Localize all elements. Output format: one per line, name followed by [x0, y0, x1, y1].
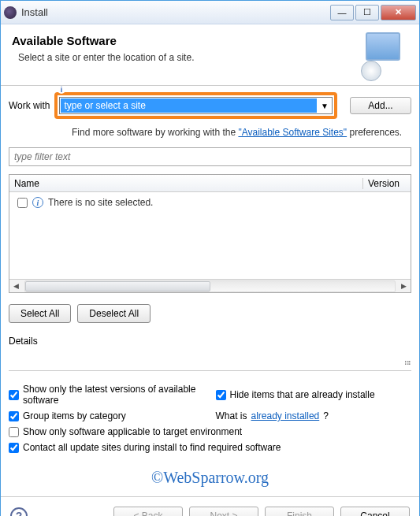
opt-latest[interactable]: Show only the latest versions of availab…: [9, 384, 205, 406]
col-version-header[interactable]: Version: [363, 178, 411, 189]
scroll-right-icon[interactable]: ▶: [397, 280, 411, 292]
opt-latest-checkbox[interactable]: [9, 390, 19, 400]
cancel-button[interactable]: Cancel: [340, 507, 410, 516]
minimize-button[interactable]: —: [330, 5, 354, 20]
add-button[interactable]: Add...: [350, 97, 411, 114]
watermark: ©WebSparrow.org: [9, 469, 411, 487]
work-with-combo[interactable]: type or select a site ▼: [59, 97, 333, 114]
titlebar: Install — ☐ ✕: [1, 1, 419, 24]
page-subtitle: Select a site or enter the location of a…: [18, 52, 408, 63]
available-sites-link[interactable]: "Available Software Sites": [238, 127, 347, 138]
filter-input[interactable]: [9, 147, 411, 166]
opt-contact-all-checkbox[interactable]: [9, 443, 19, 453]
info-icon: i: [32, 197, 43, 208]
maximize-button[interactable]: ☐: [355, 5, 379, 20]
horizontal-scrollbar[interactable]: ◀ ▶: [9, 279, 411, 292]
help-icon[interactable]: ?: [10, 507, 28, 516]
tree-row-checkbox[interactable]: [17, 198, 28, 208]
opt-group-checkbox[interactable]: [9, 411, 19, 421]
tree-row: i There is no site selected.: [17, 197, 403, 208]
scroll-track[interactable]: [24, 280, 396, 292]
wizard-icon: [366, 32, 408, 75]
info-icon: i: [58, 86, 65, 94]
opt-hide-installed-checkbox[interactable]: [216, 390, 226, 400]
window-title: Install: [21, 6, 330, 18]
back-button[interactable]: < Back: [113, 507, 183, 516]
page-title: Available Software: [12, 34, 408, 47]
opt-target-env-checkbox[interactable]: [9, 427, 19, 437]
app-icon: [4, 6, 17, 19]
work-with-label: Work with: [9, 100, 50, 111]
already-installed-link[interactable]: already installed: [251, 410, 320, 421]
select-all-button[interactable]: Select All: [9, 304, 71, 323]
work-with-highlight: type or select a site ▼: [54, 92, 337, 119]
opt-target-env[interactable]: Show only software applicable to target …: [9, 426, 411, 437]
details-section: Details ⠿: [9, 336, 411, 371]
col-name-header[interactable]: Name: [9, 178, 363, 189]
work-with-value[interactable]: type or select a site: [61, 98, 317, 113]
opt-hide-installed[interactable]: Hide items that are already installe: [216, 384, 412, 406]
next-button[interactable]: Next >: [189, 507, 258, 516]
dialog-header: Available Software Select a site or ente…: [1, 24, 419, 86]
deselect-all-button[interactable]: Deselect All: [77, 304, 151, 323]
find-more-text: Find more software by working with the "…: [72, 127, 411, 138]
opt-contact-all[interactable]: Contact all update sites during install …: [9, 442, 411, 453]
chevron-down-icon[interactable]: ▼: [318, 102, 332, 110]
scroll-thumb[interactable]: [25, 281, 210, 291]
tree-empty-msg: There is no site selected.: [48, 197, 153, 208]
scroll-left-icon[interactable]: ◀: [9, 280, 23, 292]
details-resize-icon[interactable]: ⠿: [403, 360, 411, 367]
close-button[interactable]: ✕: [381, 5, 416, 20]
already-installed-text: What is already installed?: [216, 410, 412, 421]
finish-button[interactable]: Finish: [265, 507, 334, 516]
details-label: Details: [9, 336, 38, 347]
opt-group[interactable]: Group items by category: [9, 410, 205, 421]
software-tree: Name Version i There is no site selected…: [9, 174, 411, 293]
